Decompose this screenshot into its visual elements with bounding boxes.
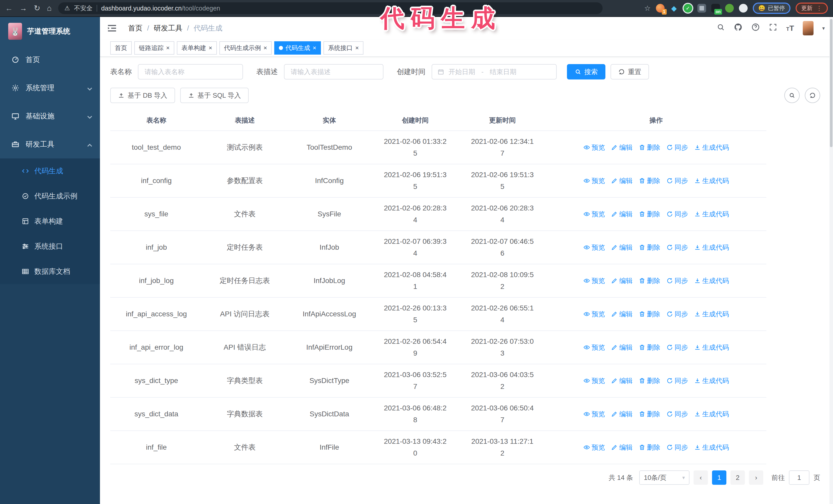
browser-back-icon[interactable]: ← <box>5 4 13 12</box>
sidebar-item-研发工具[interactable]: 研发工具 <box>0 130 100 159</box>
同步-link[interactable]: 同步 <box>666 410 688 418</box>
编辑-link[interactable]: 编辑 <box>611 210 633 219</box>
page-button-1[interactable]: 1 <box>712 471 727 485</box>
close-icon[interactable]: × <box>355 45 359 51</box>
生成代码-link[interactable]: 生成代码 <box>694 143 729 152</box>
page-scrollbar[interactable] <box>829 17 833 504</box>
extension-panel-icon[interactable] <box>697 4 706 13</box>
header-search-icon[interactable] <box>716 23 725 33</box>
table-name-input[interactable] <box>138 64 243 79</box>
预览-link[interactable]: 预览 <box>584 277 605 285</box>
table-desc-input[interactable] <box>284 64 383 79</box>
同步-link[interactable]: 同步 <box>666 243 688 252</box>
close-icon[interactable]: × <box>166 45 170 51</box>
scrollbar-thumb[interactable] <box>830 19 832 147</box>
browser-forward-icon[interactable]: → <box>20 4 27 12</box>
编辑-link[interactable]: 编辑 <box>611 376 633 385</box>
help-icon[interactable] <box>751 23 760 33</box>
browser-menu-dots-icon[interactable]: ⋮ <box>816 5 822 12</box>
sidebar-collapse-icon[interactable] <box>107 23 117 33</box>
生成代码-link[interactable]: 生成代码 <box>694 376 729 385</box>
sidebar-item-基础设施[interactable]: 基础设施 <box>0 102 100 130</box>
close-icon[interactable]: × <box>313 45 316 51</box>
close-icon[interactable]: × <box>209 45 212 51</box>
tab-首页[interactable]: 首页 <box>110 41 132 55</box>
预览-link[interactable]: 预览 <box>584 343 605 352</box>
page-button-2[interactable]: 2 <box>731 471 745 485</box>
extension-orange-icon[interactable]: 1 <box>656 4 665 13</box>
tab-代码生成示例[interactable]: 代码生成示例× <box>219 41 272 55</box>
import-db-button[interactable]: 基于 DB 导入 <box>110 88 175 103</box>
预览-link[interactable]: 预览 <box>584 376 605 385</box>
同步-link[interactable]: 同步 <box>666 176 688 185</box>
编辑-link[interactable]: 编辑 <box>611 343 633 352</box>
address-bar[interactable]: ⚠ 不安全 dashboard.yudao.iocoder.cn/tool/co… <box>58 2 602 14</box>
browser-update-button[interactable]: 更新 ⋮ <box>795 3 828 14</box>
user-avatar[interactable] <box>803 21 813 35</box>
同步-link[interactable]: 同步 <box>666 376 688 385</box>
breadcrumb-item-首页[interactable]: 首页 <box>128 23 143 33</box>
close-icon[interactable]: × <box>263 45 267 51</box>
tab-表单构建[interactable]: 表单构建× <box>177 41 217 55</box>
sidebar-subitem-代码生成示例[interactable]: 代码生成示例 <box>0 184 100 209</box>
extension-monkey-icon[interactable] <box>725 4 734 13</box>
extension-gem-icon[interactable]: ◆ <box>670 4 679 13</box>
tab-系统接口[interactable]: 系统接口× <box>324 41 363 55</box>
删除-link[interactable]: 删除 <box>639 443 660 452</box>
编辑-link[interactable]: 编辑 <box>611 443 633 452</box>
extension-paused-badge[interactable]: 😀 已暂停 <box>753 3 790 14</box>
extension-switch-icon[interactable]: on <box>711 4 720 13</box>
user-menu-caret-icon[interactable]: ▾ <box>822 25 825 31</box>
删除-link[interactable]: 删除 <box>639 376 660 385</box>
extension-check-icon[interactable]: ✓ <box>684 4 692 13</box>
删除-link[interactable]: 删除 <box>639 410 660 418</box>
生成代码-link[interactable]: 生成代码 <box>694 410 729 418</box>
import-sql-button[interactable]: 基于 SQL 导入 <box>180 88 249 103</box>
同步-link[interactable]: 同步 <box>666 210 688 219</box>
bookmark-star-icon[interactable]: ☆ <box>644 4 650 13</box>
编辑-link[interactable]: 编辑 <box>611 176 633 185</box>
预览-link[interactable]: 预览 <box>584 243 605 252</box>
refresh-table-button[interactable] <box>805 88 820 103</box>
编辑-link[interactable]: 编辑 <box>611 410 633 418</box>
预览-link[interactable]: 预览 <box>584 176 605 185</box>
删除-link[interactable]: 删除 <box>639 243 660 252</box>
sidebar-item-首页[interactable]: 首页 <box>0 46 100 74</box>
删除-link[interactable]: 删除 <box>639 343 660 352</box>
编辑-link[interactable]: 编辑 <box>611 310 633 319</box>
编辑-link[interactable]: 编辑 <box>611 277 633 285</box>
预览-link[interactable]: 预览 <box>584 310 605 319</box>
生成代码-link[interactable]: 生成代码 <box>694 343 729 352</box>
生成代码-link[interactable]: 生成代码 <box>694 210 729 219</box>
next-page-button[interactable]: › <box>749 471 763 485</box>
生成代码-link[interactable]: 生成代码 <box>694 243 729 252</box>
search-button[interactable]: 搜索 <box>567 64 605 79</box>
prev-page-button[interactable]: ‹ <box>694 471 708 485</box>
jump-page-input[interactable] <box>789 471 809 485</box>
生成代码-link[interactable]: 生成代码 <box>694 443 729 452</box>
编辑-link[interactable]: 编辑 <box>611 243 633 252</box>
tab-链路追踪[interactable]: 链路追踪× <box>134 41 174 55</box>
font-size-icon[interactable]: TT <box>786 24 794 32</box>
browser-reload-icon[interactable]: ↻ <box>34 4 40 12</box>
生成代码-link[interactable]: 生成代码 <box>694 277 729 285</box>
编辑-link[interactable]: 编辑 <box>611 143 633 152</box>
sidebar-item-系统管理[interactable]: 系统管理 <box>0 74 100 102</box>
breadcrumb-item-研发工具[interactable]: 研发工具 <box>154 23 183 33</box>
extensions-puzzle-icon[interactable] <box>739 4 748 13</box>
预览-link[interactable]: 预览 <box>584 410 605 418</box>
预览-link[interactable]: 预览 <box>584 143 605 152</box>
删除-link[interactable]: 删除 <box>639 277 660 285</box>
toggle-search-button[interactable] <box>784 88 800 103</box>
预览-link[interactable]: 预览 <box>584 443 605 452</box>
browser-home-icon[interactable]: ⌂ <box>47 4 51 12</box>
sidebar-subitem-表单构建[interactable]: 表单构建 <box>0 209 100 234</box>
同步-link[interactable]: 同步 <box>666 277 688 285</box>
预览-link[interactable]: 预览 <box>584 210 605 219</box>
sidebar-subitem-数据库文档[interactable]: 数据库文档 <box>0 259 100 284</box>
reset-button[interactable]: 重置 <box>611 64 649 79</box>
删除-link[interactable]: 删除 <box>639 176 660 185</box>
同步-link[interactable]: 同步 <box>666 310 688 319</box>
同步-link[interactable]: 同步 <box>666 343 688 352</box>
app-logo[interactable]: 🐰 芋道管理系统 <box>0 17 100 46</box>
